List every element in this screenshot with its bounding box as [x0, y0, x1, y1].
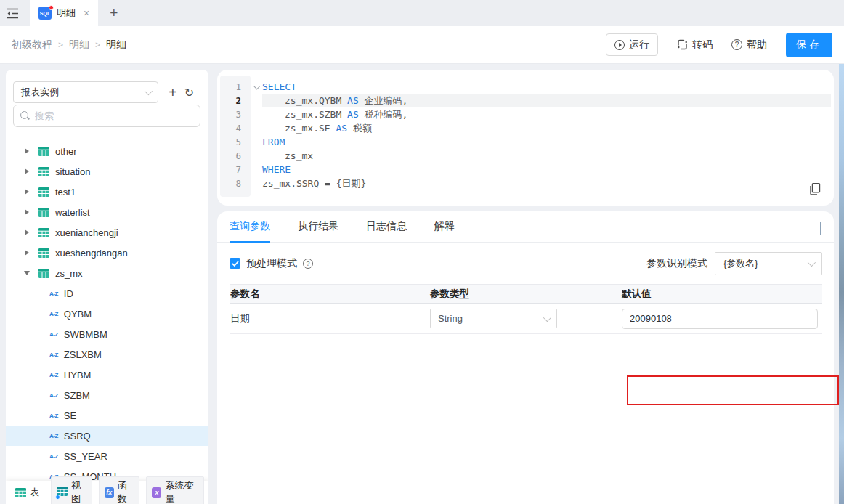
params-table: 参数名 参数类型 默认值 日期 String	[230, 284, 822, 334]
menu-fold-icon[interactable]	[0, 0, 25, 26]
code-line: 7 WHERE	[220, 163, 831, 176]
az-field-icon: A-Z	[49, 372, 58, 378]
sidebar-footer-tabs: 表 视图 fx 函数 x 系统变量	[6, 481, 208, 504]
code-line: 4 zs_mx.SE AS 税额	[220, 121, 831, 135]
collapse-panel-icon[interactable]	[820, 222, 821, 235]
caret-right-icon[interactable]	[25, 148, 29, 154]
footer-tab-functions[interactable]: fx 函数	[99, 476, 140, 504]
search-input[interactable]	[35, 110, 193, 121]
save-button[interactable]: 保存	[786, 33, 832, 57]
sql-file-icon: SQL	[38, 7, 52, 20]
caret-down-icon[interactable]	[24, 271, 30, 275]
close-tab-icon[interactable]: ×	[84, 8, 89, 18]
fold-chevron-icon[interactable]	[251, 85, 262, 89]
run-button[interactable]: 运行	[606, 33, 658, 56]
tree-item-field[interactable]: A-ZID	[6, 283, 208, 304]
tree-item-field[interactable]: A-ZSE	[6, 405, 208, 426]
az-field-icon: A-Z	[49, 290, 58, 297]
caret-right-icon[interactable]	[25, 209, 29, 215]
chevron-down-icon	[543, 313, 551, 321]
chevron-down-icon	[808, 258, 816, 266]
footer-tab-sysvars[interactable]: x 系统变量	[146, 476, 204, 504]
table-icon	[38, 147, 49, 156]
col-header-name: 参数名	[230, 288, 430, 301]
tab-log-info[interactable]: 日志信息	[366, 211, 407, 242]
preprocess-checkbox-group[interactable]: 预处理模式 ?	[230, 257, 313, 270]
caret-right-icon[interactable]	[25, 250, 29, 256]
tree-item-field[interactable]: A-ZQYBM	[6, 304, 208, 324]
params-tabs: 查询参数 执行结果 日志信息 解释	[217, 211, 834, 243]
caret-right-icon[interactable]	[25, 229, 29, 235]
breadcrumb-item[interactable]: 明细	[69, 38, 89, 52]
breadcrumb: 初级教程 > 明细 > 明细	[12, 38, 126, 52]
code-line: 3 zs_mx.SZBM AS 税种编码,	[220, 107, 831, 121]
play-circle-icon	[614, 40, 625, 50]
caret-right-icon[interactable]	[25, 189, 29, 195]
code-line: 5 FROM	[220, 135, 831, 149]
tree-item-field[interactable]: A-ZHYBM	[6, 365, 208, 385]
table-tree: other situation test1 waterlist xuenianc	[6, 141, 208, 481]
sysvar-icon: x	[152, 487, 161, 498]
transcode-button[interactable]: 转码	[677, 38, 713, 52]
tab-mingxi[interactable]: SQL 明细 ×	[30, 0, 98, 26]
search-icon	[20, 111, 30, 121]
tree-item-field[interactable]: A-ZSZBM	[6, 385, 208, 405]
checkbox-checked[interactable]	[230, 258, 240, 269]
footer-tab-views[interactable]: 视图	[51, 476, 92, 504]
caret-right-icon[interactable]	[25, 168, 29, 174]
tree-item-table-expanded[interactable]: zs_mx	[6, 263, 208, 283]
tree-item-field-selected[interactable]: A-ZSSRQ	[6, 426, 208, 446]
param-name: 日期	[230, 312, 430, 325]
param-type-select[interactable]: String	[430, 309, 557, 328]
sql-editor-panel[interactable]: 1 SELECT 2 zs_mx.QYBM AS 企业编码, 3 zs_mx.S…	[217, 70, 834, 206]
az-field-icon: A-Z	[49, 453, 58, 460]
chevron-down-icon	[145, 87, 153, 95]
unsaved-dot-badge	[49, 5, 54, 10]
tab-explain[interactable]: 解释	[434, 211, 455, 242]
az-field-icon: A-Z	[49, 331, 58, 338]
tree-item-field[interactable]: A-ZSWBMBM	[6, 324, 208, 344]
tree-item-table[interactable]: other	[6, 141, 208, 161]
copy-icon[interactable]	[810, 183, 821, 195]
help-button[interactable]: ? 帮助	[731, 38, 767, 52]
preprocess-label: 预处理模式	[246, 257, 297, 270]
tree-item-table[interactable]: waterlist	[6, 202, 208, 222]
tree-item-table[interactable]: xuenianchengji	[6, 222, 208, 243]
breadcrumb-current: 明细	[106, 38, 126, 52]
table-icon	[38, 228, 49, 237]
az-field-icon: A-Z	[49, 433, 58, 439]
param-row: 日期 String	[230, 304, 822, 334]
az-field-icon: A-Z	[49, 351, 58, 358]
table-icon	[38, 187, 49, 197]
tree-item-table[interactable]: situation	[6, 161, 208, 182]
tree-item-table[interactable]: xueshengdangan	[6, 243, 208, 263]
app-root: SQL 明细 × + 初级教程 > 明细 > 明细 运行 转码	[0, 0, 844, 504]
sidebar-toolbar: 报表实例 + ↻	[6, 77, 208, 107]
view-icon	[57, 487, 68, 498]
refresh-icon[interactable]: ↻	[184, 86, 194, 99]
breadcrumb-item[interactable]: 初级教程	[12, 38, 52, 52]
tree-item-field[interactable]: A-ZSS_YEAR	[6, 446, 208, 466]
question-circle-icon[interactable]: ?	[303, 259, 313, 269]
transcode-icon	[677, 39, 688, 50]
default-value-input[interactable]	[622, 309, 818, 329]
col-header-default: 默认值	[622, 288, 822, 301]
new-tab-button[interactable]: +	[110, 5, 118, 21]
tab-exec-result[interactable]: 执行结果	[298, 211, 338, 242]
footer-tab-tables[interactable]: 表	[10, 484, 44, 501]
add-button[interactable]: +	[169, 84, 177, 101]
sql-code: 1 SELECT 2 zs_mx.QYBM AS 企业编码, 3 zs_mx.S…	[220, 80, 831, 190]
table-icon	[38, 167, 49, 176]
table-icon	[15, 488, 26, 497]
az-field-icon: A-Z	[49, 412, 58, 419]
code-line: 6 zs_mx	[220, 149, 831, 163]
table-icon	[38, 269, 49, 278]
tree-item-field[interactable]: A-ZZSLXBM	[6, 344, 208, 365]
tab-query-params[interactable]: 查询参数	[230, 211, 270, 242]
tab-label: 明细	[57, 7, 76, 20]
tree-item-table[interactable]: test1	[6, 182, 208, 202]
annotation-highlight-box	[627, 375, 839, 405]
instance-select[interactable]: 报表实例	[13, 81, 158, 103]
table-icon	[38, 208, 49, 217]
param-mode-select[interactable]: {参数名}	[715, 252, 822, 275]
